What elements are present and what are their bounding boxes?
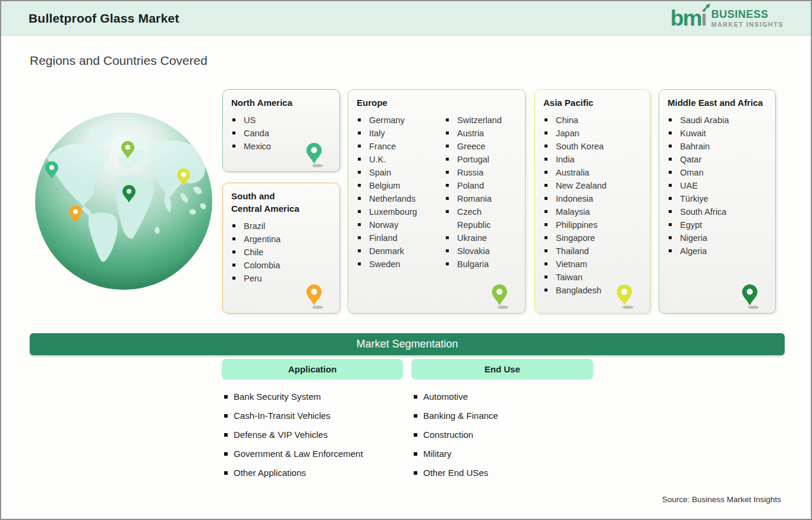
segment-item: Banking & Finance	[414, 406, 593, 425]
segment-item: Defense & VIP Vehicles	[224, 425, 403, 444]
header-band: Bulletproof Glass Market bmi BUSINESS MA…	[1, 1, 811, 36]
country-item: France	[357, 140, 445, 153]
region-card-asia-pacific: Asia Pacific ChinaJapanSouth KoreaIndiaA…	[534, 89, 650, 314]
country-item: Spain	[357, 166, 445, 179]
country-item: Saudi Arabia	[668, 114, 767, 127]
segment-item: Government & Law Enforcement	[224, 444, 403, 463]
country-item: South Korea	[543, 140, 641, 153]
logo-line-business: BUSINESS	[712, 9, 783, 20]
country-item: Czech Republic	[445, 205, 517, 231]
country-item: Greece	[445, 140, 517, 153]
country-item: Indonesia	[543, 192, 641, 205]
country-item: Bulgaria	[445, 258, 517, 271]
country-item: Bahrain	[668, 140, 767, 153]
country-list-col1: GermanyItalyFranceU.K.SpainBelgiumNether…	[357, 114, 445, 271]
logo-arrow-icon	[702, 4, 712, 12]
segment-item: Automotive	[414, 387, 593, 406]
globe-pin-middle-east-icon	[122, 185, 136, 204]
globe-pin-south-america-icon	[68, 205, 83, 224]
country-item: Philippines	[543, 218, 641, 231]
segmentation-group-end-use: End Use AutomotiveBanking & FinanceConst…	[411, 359, 593, 483]
globe-pin-asia-pacific-icon	[177, 168, 191, 187]
country-item: Switzerland	[445, 114, 517, 127]
country-item: Qatar	[668, 153, 767, 166]
country-item: Norway	[357, 218, 445, 231]
country-item: Algeria	[668, 245, 767, 258]
country-item: Brazil	[231, 220, 331, 233]
country-item: Vietnam	[543, 258, 641, 271]
region-title: Europe	[357, 96, 517, 109]
country-item: Nigeria	[668, 231, 767, 245]
country-item: Austria	[445, 127, 517, 140]
segment-item: Cash-In-Transit Vehicles	[224, 406, 403, 425]
section-title: Regions and Countries Covered	[30, 54, 207, 68]
country-item: Peru	[231, 272, 331, 285]
logo-mark-bm: bm	[671, 6, 701, 30]
country-item: Germany	[357, 114, 445, 127]
country-item: Ukraine	[445, 231, 517, 245]
bmi-logo-mark: bmi	[671, 7, 706, 29]
country-item: Belgium	[357, 179, 445, 192]
country-item: Luxembourg	[357, 205, 445, 218]
country-item: South Africa	[668, 205, 767, 218]
segmentation-header: Market Segmentation	[30, 333, 785, 355]
country-item: Colombia	[231, 259, 331, 272]
region-title: North America	[231, 96, 331, 109]
world-globe-illustration	[34, 111, 214, 292]
map-pin-icon	[306, 284, 324, 309]
country-list: BrazilArgentinaChileColombiaPeru	[231, 220, 331, 285]
country-item: Türkiye	[668, 192, 767, 205]
country-item: Canda	[231, 127, 331, 140]
country-item: Russia	[445, 166, 517, 179]
segmentation-group-application: Application Bank Security SystemCash-In-…	[222, 359, 403, 483]
country-list: Saudi ArabiaKuwaitBahrainQatarOmanUAETür…	[668, 114, 767, 258]
country-list: ChinaJapanSouth KoreaIndiaAustraliaNew Z…	[543, 114, 641, 297]
country-item: New Zealand	[543, 179, 641, 192]
country-item: Argentina	[231, 233, 331, 246]
globe-pin-europe-icon	[121, 141, 135, 160]
country-item: Chile	[231, 246, 331, 259]
country-item: U.K.	[357, 153, 445, 166]
logo-wordmark: BUSINESS MARKET INSIGHTS	[712, 9, 783, 28]
source-attribution: Source: Business Market Insights	[662, 495, 781, 504]
country-item: Sweden	[357, 258, 445, 271]
country-item: Kuwait	[668, 127, 767, 140]
region-title: Asia Pacific	[543, 96, 641, 109]
report-title: Bulletproof Glass Market	[29, 11, 179, 26]
country-item: Finland	[357, 231, 445, 245]
country-item: US	[231, 114, 331, 127]
segment-item: Construction	[414, 425, 593, 444]
logo-line-market-insights: MARKET INSIGHTS	[712, 21, 783, 28]
end-use-items: AutomotiveBanking & FinanceConstructionM…	[414, 387, 593, 483]
europe-country-columns: GermanyItalyFranceU.K.SpainBelgiumNether…	[357, 114, 517, 271]
globe-pin-north-america-icon	[45, 161, 59, 180]
country-item: Australia	[543, 166, 641, 179]
map-pin-icon	[306, 143, 324, 168]
region-title: Middle East and Africa	[668, 96, 767, 109]
region-card-south-central-america: South and Central America BrazilArgentin…	[222, 183, 340, 314]
region-card-north-america: North America USCandaMexico	[222, 89, 340, 172]
country-item: China	[543, 114, 641, 127]
country-item: Japan	[543, 127, 641, 140]
country-item: UAE	[668, 179, 767, 192]
segment-item: Other End USes	[414, 463, 593, 483]
map-pin-icon	[741, 284, 760, 309]
country-item: Portugal	[445, 153, 517, 166]
country-item: Oman	[668, 166, 767, 179]
map-pin-icon	[616, 284, 634, 309]
country-list-col2: SwitzerlandAustriaGreecePortugalRussiaPo…	[445, 114, 517, 271]
region-title: South and Central America	[231, 190, 301, 215]
segment-item: Other Applications	[224, 463, 403, 483]
region-card-middle-east-africa: Middle East and Africa Saudi ArabiaKuwai…	[659, 89, 776, 314]
segment-pill-end-use: End Use	[411, 359, 593, 380]
country-item: India	[543, 153, 641, 166]
country-item: Italy	[357, 127, 445, 140]
country-item: Singapore	[543, 231, 641, 245]
application-items: Bank Security SystemCash-In-Transit Vehi…	[224, 387, 403, 483]
country-item: Netherlands	[357, 192, 445, 205]
region-card-europe: Europe GermanyItalyFranceU.K.SpainBelgiu…	[348, 89, 525, 314]
infographic-page: Bulletproof Glass Market bmi BUSINESS MA…	[0, 0, 812, 520]
country-item: Thailand	[543, 245, 641, 258]
country-item: Malaysia	[543, 205, 641, 218]
country-item: Poland	[445, 179, 517, 192]
